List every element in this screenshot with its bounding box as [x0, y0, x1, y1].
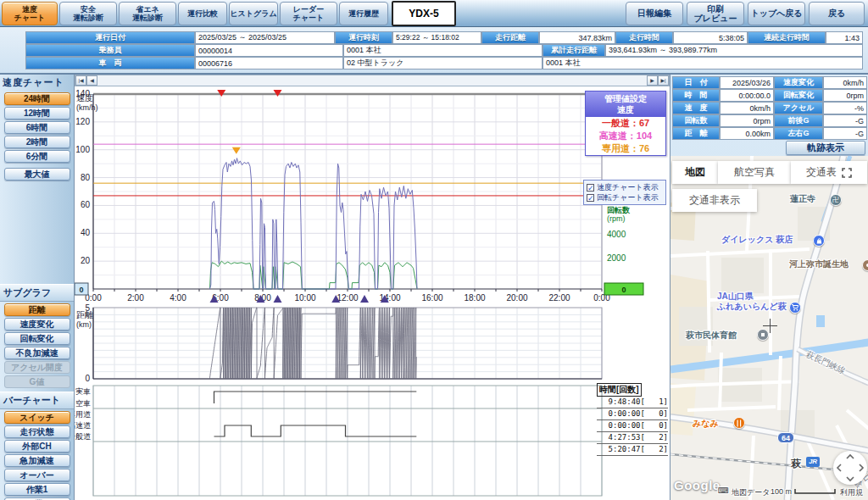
subgraph-button-距離[interactable]: 距離 [4, 303, 70, 316]
tab-histogram[interactable]: ヒストグラム [229, 2, 278, 25]
svg-text:40: 40 [81, 228, 91, 237]
trip-date-label: 運行日付 [25, 31, 195, 44]
svg-text:(rpm): (rpm) [607, 214, 626, 223]
poi-label[interactable]: 萩市民体育館 [686, 331, 737, 341]
scroll-track[interactable] [97, 75, 647, 86]
status-label: 距 離 [672, 127, 720, 140]
toggle-回転チャート表示[interactable]: ✓回転チャート表示 [587, 192, 663, 203]
mgmt-value-専用道: 専用道：76 [586, 142, 665, 155]
map-crosshair-icon [763, 319, 777, 333]
fullscreen-icon[interactable] [842, 168, 852, 178]
poi-label[interactable]: 河上弥市誕生地 [789, 259, 849, 269]
map-panel[interactable]: 地図 航空写真 交通表 交通非表示 蓮正寺卍ダイレックス 萩店河上弥市誕生地JA… [670, 156, 868, 500]
odometer-value: 393,641.93km ～ 393,989.77km [605, 44, 863, 57]
scroll-left-button[interactable]: ◀ [86, 75, 97, 86]
poi-label[interactable]: みなみ [693, 419, 719, 429]
time-count-rows: 9:48:40[ 1]0:00:00[ 0]0:00:00[ 0]4:27:53… [597, 397, 668, 456]
toggle-速度チャート表示[interactable]: ✓速度チャート表示 [587, 182, 663, 192]
status-value: 0:00:00.0 [720, 89, 774, 102]
svg-text:20: 20 [81, 256, 91, 265]
vehicle-label: 車 両 [25, 57, 195, 69]
svg-text:10:00: 10:00 [294, 293, 315, 303]
vehicle-office: 0001 本社 [542, 57, 863, 69]
svg-text:20:00: 20:00 [506, 293, 527, 303]
map-data-label: 地図データ [732, 487, 770, 498]
tab-trip-history[interactable]: 運行履歴 [339, 2, 388, 25]
scroll-end-button[interactable]: ▶| [658, 75, 669, 86]
jr-logo-icon[interactable]: JR [806, 457, 820, 467]
subgraph-button-回転変化[interactable]: 回転変化 [4, 332, 70, 345]
range-button-6時間[interactable]: 6時間 [4, 121, 70, 134]
daily-report-edit-button[interactable]: 日報編集 [626, 2, 683, 25]
scroll-home-button[interactable]: |◀ [75, 75, 86, 86]
subgraph-button-速度変化[interactable]: 速度変化 [4, 318, 70, 331]
svg-text:80: 80 [81, 173, 91, 182]
barchart-button-作業1[interactable]: 作業1 [4, 483, 70, 496]
print-preview-button[interactable]: 印刷 プレビュー [687, 2, 744, 25]
driver-label: 乗務員 [25, 44, 195, 57]
continuous-label: 連続走行時間 [748, 31, 826, 44]
keyboard-icon[interactable]: ⌨ [718, 486, 729, 495]
back-to-top-button[interactable]: トップへ戻る [748, 2, 805, 25]
tab-eco-diagnosis[interactable]: 省エネ 運転診断 [119, 2, 176, 25]
terms-link[interactable]: 利用規約 [840, 487, 868, 500]
time-count-table: 時間[回数] 9:48:40[ 1]0:00:00[ 0]0:00:00[ 0]… [597, 380, 668, 456]
barchart-button-走行状態[interactable]: 走行状態 [4, 425, 70, 438]
svg-text:(km): (km) [76, 320, 92, 329]
shop-poi-icon[interactable] [813, 235, 825, 247]
traffic-off-dropdown[interactable]: 交通非表示 [672, 189, 757, 212]
tab-radar-chart[interactable]: レーダー チャート [280, 2, 337, 25]
status-label: 左右G [774, 127, 823, 140]
tab-trip-compare[interactable]: 運行比較 [178, 2, 227, 25]
distance-subchart-svg[interactable]: 距離(km)50 [75, 304, 670, 382]
poi-label[interactable]: 蓮正寺 [790, 194, 815, 204]
map-tab[interactable]: 地図 [672, 161, 718, 184]
range-button-6分間[interactable]: 6分間 [4, 150, 70, 163]
status-label: 回転数 [672, 114, 720, 127]
svg-text:0: 0 [85, 374, 90, 382]
traffic-tab[interactable]: 交通表 [791, 161, 867, 184]
scroll-right-button[interactable]: ▶ [647, 75, 658, 86]
status-label: 日 付 [672, 76, 720, 89]
range-button-2時間[interactable]: 2時間 [4, 136, 70, 148]
satellite-tab[interactable]: 航空写真 [718, 161, 791, 184]
vehicle-type: 02 中型トラック [343, 57, 542, 69]
checkbox-icon[interactable]: ✓ [587, 184, 594, 192]
svg-text:16:00: 16:00 [421, 293, 442, 303]
checkbox-icon[interactable]: ✓ [587, 194, 594, 202]
switch-barchart-svg[interactable]: 実車空車専用道高速道一般道 [75, 382, 670, 500]
svg-text:実車: 実車 [75, 387, 91, 396]
driver-value: 00000014 [195, 44, 343, 57]
map-scale-label: 100 m [771, 487, 792, 496]
time-count-row: 9:48:40[ 1] [597, 397, 668, 408]
cart-poi-icon[interactable] [789, 302, 801, 314]
station-label[interactable]: 萩 [791, 458, 801, 469]
chart-horizontal-scrollbar[interactable]: |◀ ◀ ▶ ▶| [75, 75, 670, 86]
barchart-button-スイッチ[interactable]: スイッチ [4, 411, 70, 424]
barchart-button-急加減速[interactable]: 急加減速 [4, 454, 70, 467]
status-row: 回転数0rpm前後G-G [672, 114, 867, 127]
temple-poi-icon[interactable]: 卍 [830, 194, 842, 206]
tab-speed-chart[interactable]: 速度 チャート [2, 2, 58, 25]
range-button-12時間[interactable]: 12時間 [4, 107, 70, 119]
map-pan-control[interactable] [833, 451, 867, 485]
time-count-title: 時間[回数] [597, 383, 642, 397]
restaurant-poi-icon[interactable] [733, 417, 745, 429]
trip-info-bar: 運行日付 2025/03/25 ～ 2025/03/25 運行時刻 5:29:2… [0, 27, 868, 75]
poi-label[interactable]: JA山口県 ふれあいらんど萩 [717, 292, 787, 312]
range-button-最大値[interactable]: 最大値 [4, 168, 70, 181]
svg-text:高速道: 高速道 [75, 421, 91, 430]
barchart-button-オーバー[interactable]: オーバー [4, 469, 70, 481]
svg-text:100: 100 [75, 145, 90, 154]
monument-poi-icon[interactable] [862, 259, 868, 271]
range-button-24時間[interactable]: 24時間 [4, 92, 70, 105]
poi-label[interactable]: ダイレックス 萩店 [721, 235, 793, 245]
trace-display-button[interactable]: 軌跡表示 [786, 141, 865, 155]
subgraph-button-不良加減速[interactable]: 不良加減速 [4, 347, 70, 359]
status-value: -% [823, 102, 867, 114]
tab-safety-diagnosis[interactable]: 安全 運転診断 [59, 2, 117, 25]
back-button[interactable]: 戻る [809, 2, 865, 25]
speed-chart-svg[interactable]: 20406080100120140速度(km/h)回転数(rpm)4000200… [75, 87, 670, 304]
speed-chart-app: 速度 チャート安全 運転診断省エネ 運転診断運行比較ヒストグラムレーダー チャー… [0, 0, 868, 500]
barchart-button-外部CH[interactable]: 外部CH [4, 440, 70, 453]
